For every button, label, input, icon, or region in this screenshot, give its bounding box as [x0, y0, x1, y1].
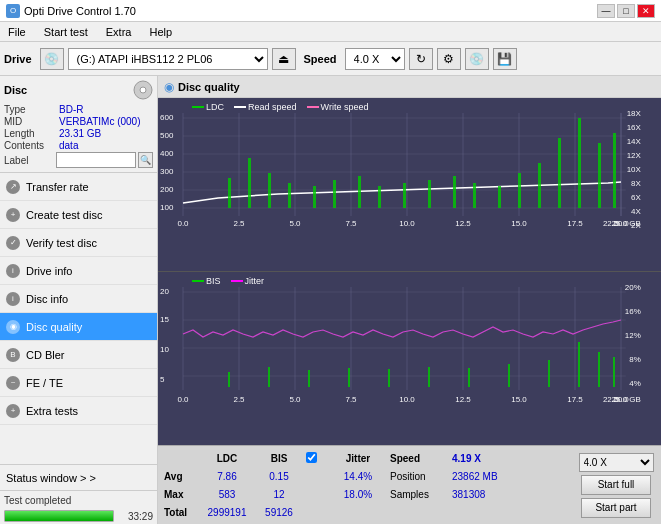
close-button[interactable]: ✕ — [637, 4, 655, 18]
disc-section-icon — [133, 80, 153, 100]
svg-text:8%: 8% — [629, 355, 641, 364]
type-value: BD-R — [59, 104, 153, 115]
jitter-checkbox[interactable] — [306, 452, 317, 463]
start-part-button[interactable]: Start part — [581, 498, 651, 518]
svg-rect-86 — [268, 367, 270, 387]
status-window-button[interactable]: Status window > > — [0, 464, 157, 490]
svg-rect-37 — [313, 186, 316, 208]
sidebar-nav: ↗ Transfer rate + Create test disc ✓ Ver… — [0, 173, 157, 464]
svg-rect-42 — [428, 180, 431, 208]
speed-selector[interactable]: 4.0 X — [345, 48, 405, 70]
media-button[interactable]: 💿 — [465, 48, 489, 70]
svg-text:17.5: 17.5 — [567, 395, 583, 404]
type-label: Type — [4, 104, 59, 115]
drive-selector[interactable]: (G:) ATAPI iHBS112 2 PL06 — [68, 48, 268, 70]
svg-text:8X: 8X — [631, 179, 641, 188]
sidebar-item-disc-info[interactable]: i Disc info — [0, 285, 157, 313]
minimize-button[interactable]: — — [597, 4, 615, 18]
top-chart: LDC Read speed Write speed 600 500 4 — [158, 98, 661, 271]
svg-rect-90 — [428, 367, 430, 387]
fe-te-label: FE / TE — [26, 377, 63, 389]
sidebar-item-cd-bler[interactable]: B CD Bler — [0, 341, 157, 369]
extra-tests-icon: + — [6, 404, 20, 418]
svg-rect-89 — [388, 369, 390, 387]
settings-button[interactable]: ⚙ — [437, 48, 461, 70]
menubar: File Start test Extra Help — [0, 22, 661, 42]
drive-icon-button[interactable]: 💿 — [40, 48, 64, 70]
sidebar-item-drive-info[interactable]: i Drive info — [0, 257, 157, 285]
svg-rect-34 — [248, 158, 251, 208]
svg-rect-48 — [558, 138, 561, 208]
start-full-button[interactable]: Start full — [581, 475, 651, 495]
sidebar-item-disc-quality[interactable]: ◉ Disc quality — [0, 313, 157, 341]
app-icon: O — [6, 4, 20, 18]
samples-value: 381308 — [452, 489, 532, 500]
disc-info-icon: i — [6, 292, 20, 306]
svg-text:300: 300 — [160, 167, 174, 176]
svg-rect-46 — [518, 173, 521, 208]
svg-text:25.0 GB: 25.0 GB — [612, 395, 641, 404]
panel-header: ◉ Disc quality — [158, 76, 661, 98]
create-test-disc-icon: + — [6, 208, 20, 222]
label-button[interactable]: 🔍 — [138, 152, 153, 168]
jitter-avg: 14.4% — [328, 471, 388, 482]
svg-text:0.0: 0.0 — [177, 395, 189, 404]
maximize-button[interactable]: □ — [617, 4, 635, 18]
svg-rect-94 — [578, 342, 580, 387]
menu-file[interactable]: File — [4, 25, 30, 39]
svg-text:600: 600 — [160, 113, 174, 122]
contents-label: Contents — [4, 140, 59, 151]
jitter-legend-color — [231, 280, 243, 282]
drive-info-label: Drive info — [26, 265, 72, 277]
speed-selector-stats[interactable]: 4.0 X — [579, 453, 654, 472]
disc-section-title: Disc — [4, 84, 27, 96]
svg-text:10X: 10X — [627, 165, 642, 174]
samples-label: Samples — [390, 489, 450, 500]
refresh-button[interactable]: ↻ — [409, 48, 433, 70]
svg-text:12.5: 12.5 — [455, 395, 471, 404]
progress-section: Test completed — [0, 490, 157, 510]
disc-section: Disc Type BD-R MID VERBATIMc (000) — [0, 76, 157, 173]
svg-text:5: 5 — [160, 375, 165, 384]
eject-button[interactable]: ⏏ — [272, 48, 296, 70]
bottom-chart-svg: 20 15 10 5 20% 16% 12% 8% 4% — [158, 272, 661, 445]
label-input[interactable] — [56, 152, 136, 168]
menu-help[interactable]: Help — [145, 25, 176, 39]
toolbar: Drive 💿 (G:) ATAPI iHBS112 2 PL06 ⏏ Spee… — [0, 42, 661, 76]
sidebar-item-create-test-disc[interactable]: + Create test disc — [0, 201, 157, 229]
sidebar-item-fe-te[interactable]: ~ FE / TE — [0, 369, 157, 397]
svg-rect-41 — [403, 183, 406, 208]
length-value: 23.31 GB — [59, 128, 153, 139]
max-label: Max — [164, 489, 200, 500]
sidebar-item-transfer-rate[interactable]: ↗ Transfer rate — [0, 173, 157, 201]
svg-text:6X: 6X — [631, 193, 641, 202]
svg-text:7.5: 7.5 — [345, 219, 357, 228]
svg-text:17.5: 17.5 — [567, 219, 583, 228]
menu-extra[interactable]: Extra — [102, 25, 136, 39]
ldc-legend-label: LDC — [206, 102, 224, 112]
svg-rect-88 — [348, 368, 350, 387]
disc-quality-label: Disc quality — [26, 321, 82, 333]
contents-value: data — [59, 140, 153, 151]
save-button[interactable]: 💾 — [493, 48, 517, 70]
svg-rect-38 — [333, 180, 336, 208]
titlebar: O Opti Drive Control 1.70 — □ ✕ — [0, 0, 661, 22]
svg-rect-40 — [378, 186, 381, 208]
bis-header: BIS — [254, 453, 304, 464]
content-area: ◉ Disc quality LDC Read speed — [158, 76, 661, 524]
status-window-label: Status window > > — [6, 472, 96, 484]
svg-rect-36 — [288, 183, 291, 208]
svg-rect-96 — [613, 357, 615, 387]
sidebar-item-extra-tests[interactable]: + Extra tests — [0, 397, 157, 425]
sidebar-item-verify-test-disc[interactable]: ✓ Verify test disc — [0, 229, 157, 257]
read-speed-legend-label: Read speed — [248, 102, 297, 112]
stats-checkbox-col — [306, 452, 326, 465]
bottom-chart: BIS Jitter 20 15 10 5 20% 16% 12 — [158, 271, 661, 445]
svg-text:12.5: 12.5 — [455, 219, 471, 228]
menu-start-test[interactable]: Start test — [40, 25, 92, 39]
svg-text:15: 15 — [160, 315, 169, 324]
svg-text:500: 500 — [160, 131, 174, 140]
length-label: Length — [4, 128, 59, 139]
svg-text:15.0: 15.0 — [511, 219, 527, 228]
stats-buttons: 4.0 X Start full Start part — [571, 446, 661, 524]
